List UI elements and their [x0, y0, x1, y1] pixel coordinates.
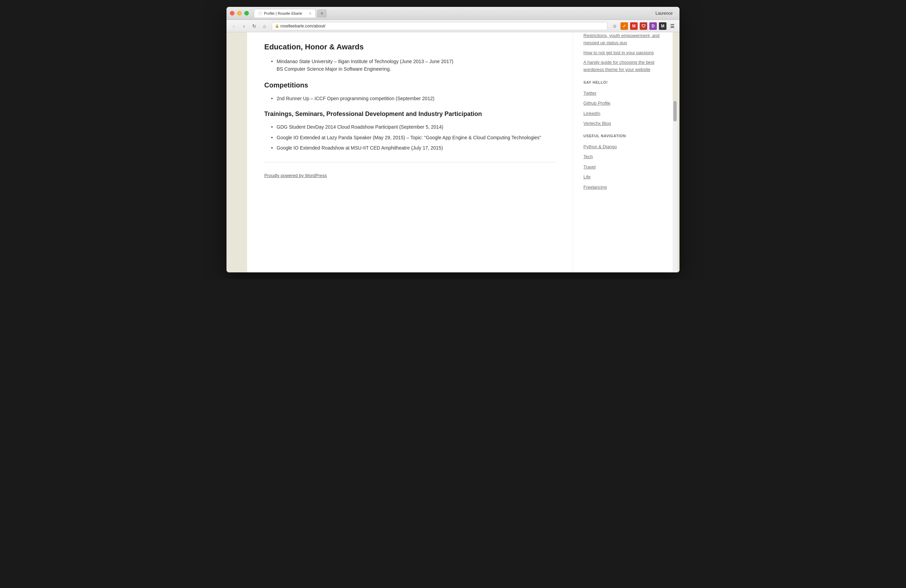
browser-toolbar: ‹ › ↻ ⌂ 🔒 roselleebarle.com/about/ ☆ ✓ M… [226, 20, 680, 32]
main-article: Education, Honor & Awards Mindanao State… [264, 43, 556, 178]
sidebar-recent-link-1[interactable]: Restrictions, youth empowerment, and mes… [584, 32, 662, 47]
active-tab[interactable]: 📄 Profile | Roselle Ebarle × [254, 9, 316, 18]
training-item-3-text: Google IO Extended Roadshow at MSU-IIT C… [277, 145, 443, 151]
user-name: Laurence [652, 10, 676, 16]
refresh-button[interactable]: ↻ [250, 22, 259, 30]
browser-window: 📄 Profile | Roselle Ebarle × + Laurence … [226, 7, 680, 272]
page-body: Education, Honor & Awards Mindanao State… [226, 32, 680, 272]
right-bg [673, 32, 680, 272]
education-item-1: Mindanao State University – Iligan Insti… [271, 57, 556, 73]
sidebar-travel-link[interactable]: Travel [584, 164, 662, 171]
address-bar[interactable]: 🔒 roselleebarle.com/about/ [272, 22, 608, 30]
competitions-list: 2nd Runner Up – ICCF Open programming co… [264, 95, 556, 102]
back-button[interactable]: ‹ [229, 22, 238, 30]
competition-item-1: 2nd Runner Up – ICCF Open programming co… [271, 95, 556, 102]
maximize-button[interactable] [244, 11, 249, 16]
sidebar-tech-link[interactable]: Tech [584, 153, 662, 160]
training-item-1-text: GDG Student DevDay 2014 Cloud Roadshow P… [277, 124, 443, 130]
ext-dashlane[interactable]: D [649, 22, 657, 30]
ext-dark-icon: M [659, 22, 667, 30]
ext-mail-icon: M [630, 22, 638, 30]
training-item-3: Google IO Extended Roadshow at MSU-IIT C… [271, 144, 556, 151]
education-list: Mindanao State University – Iligan Insti… [264, 57, 556, 73]
training-item-2-text: Google IO Extended at Lazy Panda Speaker… [277, 135, 541, 140]
star-button[interactable]: ☆ [610, 22, 619, 30]
ext-surveymonkey[interactable]: ✓ [620, 22, 629, 30]
tab-title: Profile | Roselle Ebarle [264, 11, 302, 16]
ext-purple-icon: D [649, 22, 657, 30]
sidebar-life-link[interactable]: Life [584, 174, 662, 180]
useful-nav-title: USEFUL NAVIGATION [584, 134, 662, 138]
sidebar-recent-link-3[interactable]: A handy guide for choosing the best word… [584, 59, 662, 73]
scrollbar[interactable] [673, 101, 678, 272]
content-divider [264, 162, 556, 162]
ext-mail[interactable]: M [629, 22, 638, 30]
close-button[interactable] [230, 11, 234, 16]
wordpress-footer-link[interactable]: Proudly powered by WordPress [264, 173, 327, 178]
sidebar-freelancing-link[interactable]: Freelancing [584, 184, 662, 191]
tab-close-button[interactable]: × [308, 11, 313, 16]
tab-icon: 📄 [258, 12, 262, 16]
tab-bar: 📄 Profile | Roselle Ebarle × + [254, 9, 327, 18]
sidebar-linkedin-link[interactable]: LinkedIn [584, 110, 662, 117]
scrollbar-thumb[interactable] [673, 101, 677, 121]
menu-button[interactable]: ☰ [668, 22, 677, 30]
say-hello-title: SAY HELLO! [584, 80, 662, 84]
sidebar: Restrictions, youth empowerment, and mes… [573, 32, 673, 272]
minimize-button[interactable] [237, 11, 242, 16]
url-text: roselleebarle.com/about/ [281, 24, 325, 29]
home-button[interactable]: ⌂ [260, 22, 269, 30]
trainings-heading: Trainings, Seminars, Professional Develo… [264, 110, 556, 118]
sidebar-python-link[interactable]: Python & Django [584, 143, 662, 150]
page-content: Education, Honor & Awards Mindanao State… [247, 32, 673, 272]
training-item-2: Google IO Extended at Lazy Panda Speaker… [271, 134, 556, 141]
traffic-lights [230, 11, 249, 16]
sidebar-recent-link-2[interactable]: How to not get lost in your passions [584, 49, 662, 57]
useful-nav-section: USEFUL NAVIGATION Python & Django Tech T… [584, 134, 662, 191]
sidebar-github-link[interactable]: Github Profile [584, 100, 662, 107]
new-tab-button[interactable]: + [317, 9, 327, 18]
education-item-1-text: Mindanao State University – Iligan Insti… [277, 59, 453, 72]
lock-icon: 🔒 [275, 24, 279, 28]
competitions-heading: Competitions [264, 81, 556, 89]
training-item-1: GDG Student DevDay 2014 Cloud Roadshow P… [271, 123, 556, 131]
ext-privacy[interactable]: 🛡 [639, 22, 648, 30]
ext-mail2[interactable]: M [658, 22, 667, 30]
forward-button[interactable]: › [239, 22, 249, 30]
education-heading: Education, Honor & Awards [264, 43, 556, 51]
ext-orange-icon: ✓ [620, 22, 628, 30]
ext-red-icon: 🛡 [640, 22, 647, 30]
competition-item-1-text: 2nd Runner Up – ICCF Open programming co… [277, 96, 434, 101]
sidebar-vertechx-link[interactable]: Vertechx Blog [584, 120, 662, 127]
main-content: Education, Honor & Awards Mindanao State… [247, 32, 573, 272]
left-bg [226, 32, 247, 272]
sidebar-twitter-link[interactable]: Twitter [584, 90, 662, 97]
say-hello-section: SAY HELLO! Twitter Github Profile Linked… [584, 80, 662, 127]
browser-titlebar: 📄 Profile | Roselle Ebarle × + Laurence [226, 7, 680, 20]
trainings-list: GDG Student DevDay 2014 Cloud Roadshow P… [264, 123, 556, 151]
toolbar-actions: ☆ ✓ M 🛡 D M ☰ [610, 22, 677, 30]
